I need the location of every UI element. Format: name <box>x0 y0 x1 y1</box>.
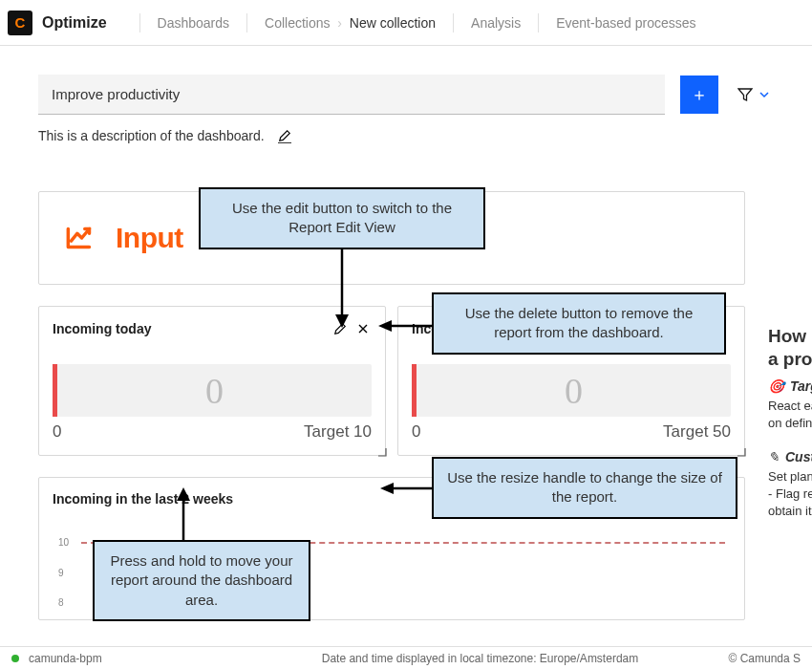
description-row: This is a description of the dashboard. <box>0 115 812 143</box>
copyright: © Camunda S <box>728 652 801 665</box>
chart-icon <box>62 220 98 256</box>
breadcrumb-current[interactable]: New collection <box>350 15 436 31</box>
gauge-min: 0 <box>412 422 420 442</box>
help-side-panel: How ma proc 🎯 Target React eaon define ✎… <box>759 325 812 520</box>
chevron-down-icon <box>759 89 770 100</box>
arrow-resize-to-handle <box>380 480 434 497</box>
report-delete-button[interactable] <box>354 320 372 337</box>
gauge-labels: 0 Target 10 <box>53 422 372 442</box>
arrow-delete-to-button <box>378 317 434 334</box>
divider <box>246 13 247 32</box>
gauge-labels: 0 Target 50 <box>412 422 731 442</box>
wand-icon: ✎ <box>768 449 780 464</box>
status-bar: camunda-bpm Date and time displayed in l… <box>0 646 812 669</box>
svg-marker-7 <box>177 487 190 501</box>
gauge: 0 0 Target 10 <box>53 341 372 442</box>
gauge-value: 0 <box>565 370 583 412</box>
timezone-label: Date and time displayed in local timezon… <box>322 652 639 665</box>
callout-move: Press and hold to move your report aroun… <box>93 540 310 621</box>
edit-description-button[interactable] <box>278 129 291 143</box>
callout-resize: Use the resize handle to change the size… <box>432 457 737 519</box>
y-tick: 9 <box>58 567 64 577</box>
close-icon <box>357 323 369 334</box>
y-tick: 8 <box>58 597 64 608</box>
gauge: 0 0 Target 50 <box>412 341 731 442</box>
arrow-edit-to-button <box>331 244 353 330</box>
top-nav: C Optimize Dashboards Collections › New … <box>0 0 812 46</box>
connection-name: camunda-bpm <box>29 652 102 665</box>
breadcrumb-collections[interactable]: Collections <box>265 15 330 31</box>
nav-dashboards[interactable]: Dashboards <box>144 0 244 46</box>
nav-event-processes[interactable]: Event-based processes <box>543 0 709 46</box>
brand-logo: C <box>8 11 32 35</box>
dashboard-description: This is a description of the dashboard. <box>38 128 265 143</box>
add-button[interactable]: ＋ <box>680 76 718 114</box>
dashboard-title-input[interactable] <box>38 75 665 115</box>
side-custom-label: Custo <box>785 449 812 464</box>
plus-icon: ＋ <box>691 83 708 106</box>
callout-edit: Use the edit button to switch to the Rep… <box>199 187 485 249</box>
gauge-min: 0 <box>53 422 61 442</box>
gauge-bar: 0 <box>53 364 372 417</box>
svg-marker-1 <box>335 314 349 328</box>
gauge-bar: 0 <box>412 364 731 417</box>
connection-status-dot <box>11 655 19 662</box>
gauge-value: 0 <box>205 370 224 412</box>
callout-delete: Use the delete button to remove the repo… <box>432 292 726 355</box>
report-header: Incoming today <box>53 316 372 341</box>
report-title: Incoming in the last 2 weeks <box>53 491 233 507</box>
nav-collections[interactable]: Collections › New collection <box>251 0 449 46</box>
funnel-icon <box>737 87 753 102</box>
nav-analysis[interactable]: Analysis <box>458 0 534 46</box>
title-row: ＋ <box>0 46 812 115</box>
divider <box>139 13 140 32</box>
arrow-move-to-card <box>172 487 195 543</box>
pencil-icon <box>278 129 291 142</box>
breadcrumb-sep: › <box>331 15 350 31</box>
resize-icon <box>374 443 387 457</box>
resize-icon <box>733 443 746 457</box>
divider <box>538 13 539 32</box>
filter-dropdown[interactable] <box>734 87 774 102</box>
target-icon: 🎯 <box>768 378 784 394</box>
resize-handle[interactable] <box>374 443 387 457</box>
svg-marker-3 <box>378 320 392 332</box>
resize-handle[interactable] <box>733 443 746 457</box>
report-title: Incoming today <box>53 321 326 336</box>
side-custom-row: ✎ Custo <box>768 449 812 464</box>
svg-marker-5 <box>380 483 394 494</box>
side-custom-desc: Set plan- Flag repobtain it <box>768 468 812 521</box>
side-targets-label: Target <box>790 378 812 394</box>
y-tick: 10 <box>58 537 69 548</box>
brand-name: Optimize <box>42 14 107 32</box>
divider <box>453 13 454 32</box>
gauge-target: Target 50 <box>663 422 731 442</box>
side-heading: How ma proc <box>768 325 812 371</box>
hero-title: Input <box>116 222 183 254</box>
side-targets-row: 🎯 Target <box>768 378 812 394</box>
side-targets-desc: React eaon define <box>768 398 812 432</box>
gauge-target: Target 10 <box>304 422 372 442</box>
